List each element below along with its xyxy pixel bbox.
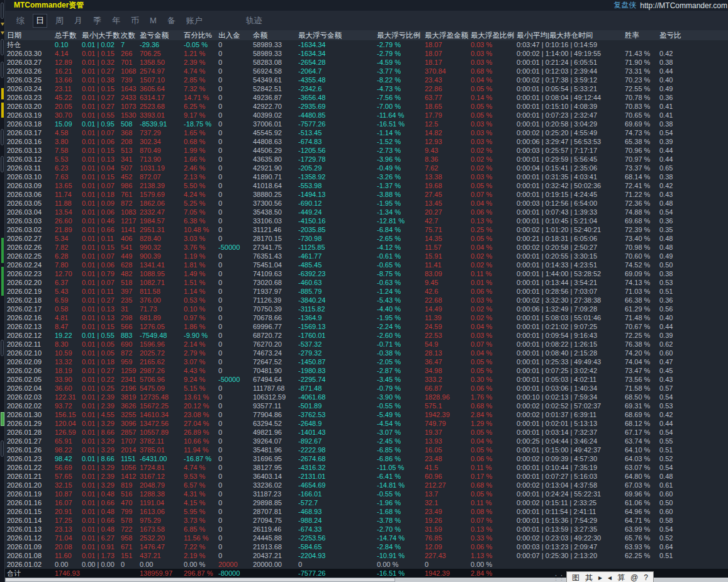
- back-icon[interactable]: ◂: [608, 574, 612, 581]
- table-row[interactable]: 2026.03.1815.090.01 | 0.95508-8539.91-18…: [5, 120, 728, 128]
- table-row[interactable]: 2026.03.125.530.01 | 0.13341713.901.66 %…: [5, 155, 728, 164]
- left-panel-splitter[interactable]: [0, 0, 5, 582]
- table-row[interactable]: 2026.01.0811.600.01 | 1.73151437.212.19 …: [5, 551, 728, 560]
- left-strip-handle[interactable]: [1, 440, 4, 457]
- table-row[interactable]: 2026.02.170.580.01 | 0.133171.730.10 %07…: [5, 305, 728, 313]
- table-row[interactable]: 2026.01.2398.420.01 | 8.661151-6431.00-1…: [5, 454, 728, 463]
- column-header-min-max-lots[interactable]: 最小|大手数: [80, 31, 119, 40]
- table-row[interactable]: 2026.01.2698.220.01 | 3.2920143785.0111.…: [5, 445, 728, 454]
- tab-summary[interactable]: 综: [14, 14, 27, 27]
- table-row[interactable]: 2026.02.256.280.01 | 0.07449900.391.19 %…: [5, 252, 728, 260]
- tab-week[interactable]: 周: [53, 14, 66, 27]
- table-row[interactable]: 2026.02.0293.720.01 | 2.39362615672.2520…: [5, 401, 728, 410]
- column-header-max-float-profit[interactable]: 最大浮盈金额: [423, 31, 469, 40]
- chart-icon[interactable]: 图: [572, 574, 580, 581]
- table-row[interactable]: 2026.02.0533.900.01 | 0.2223415706.969.2…: [5, 375, 728, 384]
- column-header-count[interactable]: 次数: [119, 31, 138, 40]
- tab-year[interactable]: 年: [109, 14, 123, 27]
- table-row[interactable]: 2026.03.137.580.01 | 0.15513870.491.99 %…: [5, 146, 728, 155]
- table-row[interactable]: 2026.03.2020.050.01 | 0.2710732523.686.2…: [5, 102, 728, 111]
- table-row[interactable]: 2026.02.2312.700.01 | 0.794821088.951.49…: [5, 269, 728, 278]
- tab-account[interactable]: 账户: [184, 14, 205, 27]
- column-header-cash-flow[interactable]: 出入金: [216, 31, 251, 40]
- table-row[interactable]: 2026.03.304.140.01 | 0.15266706.251.21 %…: [5, 49, 728, 58]
- table-row[interactable]: 2026.01.020.000.00 | 0.0000.000.00 %2000…: [5, 560, 728, 569]
- brand-name[interactable]: 复盘侠: [613, 0, 636, 11]
- table-row[interactable]: 2026.01.1323.130.01 | 0.487221673.586.85…: [5, 525, 728, 534]
- left-strip-handle[interactable]: [1, 156, 4, 172]
- table-row[interactable]: 2026.01.2157.650.01 | 2.3914123167.129.5…: [5, 472, 728, 481]
- menu-icon[interactable]: 其: [585, 574, 593, 581]
- table-row[interactable]: 2026.03.174.580.01 | 0.07368737.291.65 %…: [5, 128, 728, 137]
- table-row[interactable]: 2026.01.30156.150.01 | 4.55325514610.342…: [5, 410, 728, 419]
- collapse-arrow-icon[interactable]: [1, 23, 4, 26]
- table-row[interactable]: 2026.03.163.800.01 | 0.06208302.340.68 %…: [5, 137, 728, 146]
- table-row[interactable]: 2026.03.2616.210.01 | 0.2710682574.974.7…: [5, 67, 728, 76]
- tab-m[interactable]: M: [147, 15, 159, 26]
- table-row[interactable]: 2026.01.0920.080.01 | 0.916711476.477.22…: [5, 542, 728, 551]
- table-row[interactable]: 2026.01.1520.910.01 | 0.487991613.065.95…: [5, 507, 728, 516]
- table-row[interactable]: 2026.02.1010.590.01 | 0.058722025.722.79…: [5, 349, 728, 357]
- table-row[interactable]: 2026.01.29120.040.01 | 3.29309613472.562…: [5, 419, 728, 428]
- table-row[interactable]: 2026.02.186.590.01 | 0.27235376.000.53 %…: [5, 296, 728, 305]
- tab-track[interactable]: 轨迹: [244, 14, 265, 27]
- table-row[interactable]: 2026.03.0326.600.01 | 0.4612171984.576.3…: [5, 216, 728, 225]
- tab-month[interactable]: 月: [72, 14, 85, 27]
- brand-url-link[interactable]: http://MTCommander.com: [640, 1, 727, 10]
- table-row[interactable]: 2026.03.2513.660.01 | 0.387391507.102.85…: [5, 76, 728, 84]
- table-row[interactable]: 2026.01.1616.070.01 | 0.664701191.044.15…: [5, 498, 728, 507]
- tab-backup[interactable]: 备: [165, 14, 178, 27]
- table-row[interactable]: 2026.02.1219.220.01 | 0.55883-7549.48-9.…: [5, 331, 728, 340]
- table-row[interactable]: 2026.01.1417.250.01 | 0.66578975.293.73 …: [5, 516, 728, 525]
- forward-icon[interactable]: ▸: [598, 574, 602, 581]
- left-strip-handle[interactable]: [1, 62, 4, 78]
- table-row[interactable]: 2026.03.107.630.01 | 0.15452872.072.13 %…: [5, 172, 728, 181]
- table-row[interactable]: 2026.02.275.340.01 | 0.11406828.403.03 %…: [5, 234, 728, 243]
- table-row[interactable]: 2026.01.2256.690.01 | 3.2910561724.814.7…: [5, 463, 728, 472]
- table-row[interactable]: 2026.02.195.430.01 | 0.11397811.581.14 %…: [5, 287, 728, 296]
- table-row[interactable]: 2026.02.03122.310.01 | 2.39381912735.481…: [5, 393, 728, 401]
- column-header-max-float-profit-pct[interactable]: 最大浮盈比例: [469, 31, 515, 40]
- left-strip-handle[interactable]: [1, 3, 4, 19]
- column-header-win-rate[interactable]: 胜率: [623, 31, 658, 40]
- left-strip-handle[interactable]: [1, 129, 4, 145]
- column-header-pnl[interactable]: 盈亏金额: [138, 31, 182, 40]
- table-row[interactable]: 2026.02.138.470.01 | 0.155661276.051.86 …: [5, 322, 728, 331]
- table-row[interactable]: 2026.02.118.300.01 | 0.056901596.962.14 …: [5, 340, 728, 349]
- left-strip-handle[interactable]: [1, 39, 4, 55]
- help-icon[interactable]: ?: [644, 574, 648, 581]
- table-row[interactable]: 2026.03.2423.110.01 | 0.1516433605.647.3…: [5, 84, 728, 93]
- table-row[interactable]: 2026.02.164.810.01 | 0.13298681.890.97 %…: [5, 313, 728, 322]
- column-header-percent[interactable]: 百分比%: [182, 31, 216, 40]
- table-row[interactable]: 2026.03.0413.540.01 | 0.0610832332.477.0…: [5, 208, 728, 216]
- calc-icon[interactable]: 算: [617, 574, 625, 581]
- table-row[interactable]: 2026.02.0618.190.01 | 0.2712592987.264.4…: [5, 366, 728, 375]
- table-row[interactable]: 2026.03.116.230.01 | 0.045071031.192.46 …: [5, 164, 728, 172]
- toolbar-grip-icon[interactable]: ⋮⋮: [552, 574, 564, 582]
- table-row[interactable]: 2026.01.2032.150.01 | 3.298192048.796.57…: [5, 481, 728, 490]
- column-header-total-lots[interactable]: 总手数: [53, 31, 80, 40]
- table-row[interactable]: 2026.02.0913.320.01 | 0.189592165.623.07…: [5, 357, 728, 366]
- table-row[interactable]: 2026.03.0913.650.01 | 0.079862138.395.50…: [5, 181, 728, 190]
- table-row[interactable]: 2026.03.1930.700.01 | 0.5515303393.019.1…: [5, 111, 728, 120]
- table-row[interactable]: 2026.02.267.820.01 | 0.15541990.323.76 %…: [5, 243, 728, 252]
- column-header-date[interactable]: 日期: [5, 31, 53, 40]
- column-header-balance[interactable]: 余额: [251, 31, 296, 40]
- horizontal-scrollbar-thumb[interactable]: [5, 578, 395, 582]
- left-strip-handle[interactable]: [1, 340, 4, 356]
- table-row[interactable]: 2026.02.206.370.01 | 0.075181082.711.51 …: [5, 278, 728, 287]
- table-row[interactable]: 2026.03.0221.890.01 | 0.6611412951.3110.…: [5, 225, 728, 234]
- table-row[interactable]: 2026.03.0611.740.01 | 0.187611579.694.24…: [5, 190, 728, 199]
- column-header-max-float-loss-pct[interactable]: 最大浮亏比例: [375, 31, 423, 40]
- table-row[interactable]: 2026.03.0511.880.01 | 0.098721862.065.25…: [5, 199, 728, 208]
- table-row[interactable]: 2026.01.2765.910.01 | 3.2917073782.1110.…: [5, 437, 728, 445]
- column-header-max-float-loss[interactable]: 最大浮亏金额: [296, 31, 375, 40]
- table-row[interactable]: 2026.02.0436.600.01 | 0.2521965475.095.1…: [5, 384, 728, 393]
- column-header-pnl-ratio[interactable]: 盈亏比: [658, 31, 692, 40]
- table-row[interactable]: 2026.01.28126.590.01 | 8.66285710557.892…: [5, 428, 728, 437]
- table-row[interactable]: 2026.03.2345.220.01 | 0.2724336314.1714.…: [5, 93, 728, 102]
- at-icon[interactable]: @: [630, 574, 638, 581]
- column-header-holding-time[interactable]: 最小|平均|最大持仓时间: [515, 31, 623, 40]
- left-strip-thumbnail[interactable]: [1, 412, 4, 426]
- table-row[interactable]: 2026.01.1271.040.01 | 6.279582532.2011.5…: [5, 534, 728, 542]
